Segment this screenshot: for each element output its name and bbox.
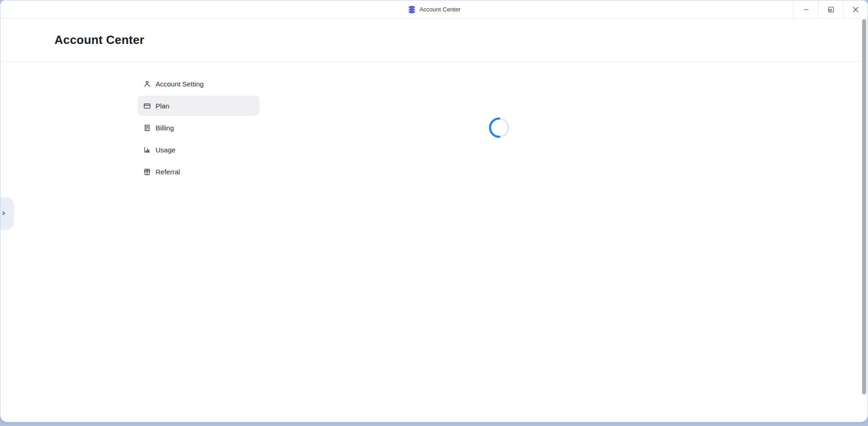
vertical-scrollbar-thumb[interactable] [862,19,866,394]
app-window: Account Center [0,0,868,422]
bar-chart-icon [143,146,151,154]
receipt-icon [143,124,151,132]
database-icon [408,5,416,14]
minimize-button[interactable] [793,0,818,18]
titlebar: Account Center [0,0,868,19]
restore-button[interactable] [818,0,843,18]
sidebar-item-label: Account Setting [156,80,204,88]
sidebar-item-plan[interactable]: Plan [138,96,259,116]
sidebar-item-label: Billing [156,124,174,132]
close-icon [852,6,859,13]
loading-spinner [489,117,510,138]
sidebar-item-billing[interactable]: Billing [138,118,259,138]
close-button[interactable] [843,0,868,18]
panel-expand-handle[interactable] [0,198,13,229]
page-header: Account Center [0,19,868,62]
page-title: Account Center [54,33,144,47]
titlebar-title: Account Center [420,6,461,13]
sidebar-item-label: Plan [156,102,169,110]
sidebar-item-label: Usage [156,146,175,154]
restore-icon [828,6,834,13]
settings-nav: Account Setting Plan Billing [138,74,259,183]
sidebar-item-usage[interactable]: Usage [138,140,259,160]
sidebar-item-referral[interactable]: Referral [138,162,259,182]
window-controls [793,0,868,18]
user-icon [143,80,151,88]
credit-card-icon [143,102,151,110]
gift-icon [143,168,151,176]
titlebar-title-group: Account Center [408,5,461,14]
chevron-right-icon [1,211,6,216]
minimize-icon [803,6,809,13]
sidebar-item-account-setting[interactable]: Account Setting [138,74,259,94]
sidebar-item-label: Referral [156,168,180,176]
